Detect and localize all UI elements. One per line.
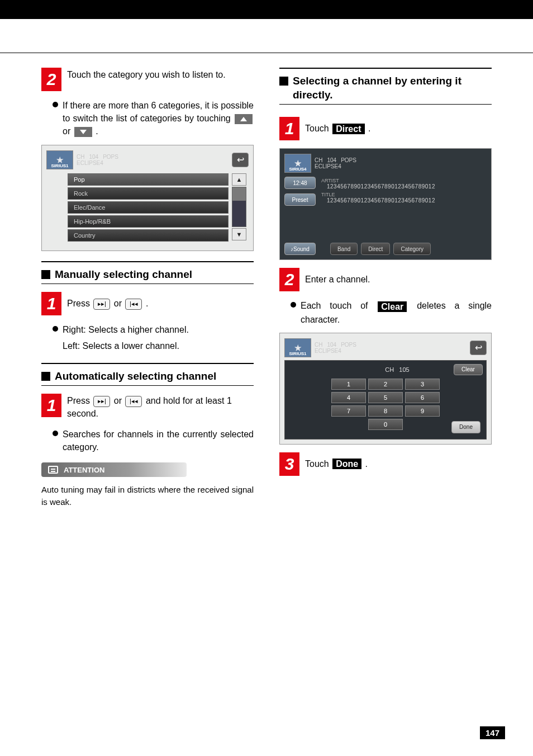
text: Press xyxy=(67,299,92,308)
direct-button[interactable]: Direct xyxy=(361,243,390,255)
sirius-logo: ★ SIRIUS4 xyxy=(284,154,311,173)
sirius-logo: ★ SIRIUS1 xyxy=(46,150,73,169)
direct-button-label: Direct xyxy=(332,124,364,134)
next-track-icon: ▸▸| xyxy=(93,396,110,407)
logo-text: SIRIUS1 xyxy=(289,351,306,356)
screenshot-category-list: ★ SIRIUS1 CH 104 POPS ECLIPSE4 ↩ Pop Roc… xyxy=(41,145,254,251)
ch-value: 104 xyxy=(89,154,98,160)
text: Each touch of xyxy=(301,301,377,310)
back-button[interactable]: ↩ xyxy=(470,341,487,355)
ch-value: 104 xyxy=(327,342,336,348)
screenshot-keypad: ★ SIRIUS1 CH 104 POPS ECLIPSE4 ↩ CH xyxy=(279,333,492,445)
scroll-track[interactable] xyxy=(232,187,246,227)
prev-track-icon: |◂◂ xyxy=(125,396,142,407)
up-arrow-icon xyxy=(235,114,253,124)
keypad-5[interactable]: 5 xyxy=(368,392,403,403)
done-button[interactable]: Done xyxy=(451,421,480,433)
clear-button[interactable]: Clear xyxy=(454,364,483,375)
bullet-icon xyxy=(53,431,58,436)
keypad-7[interactable]: 7 xyxy=(331,405,366,417)
text: If there are more than 6 categories, it … xyxy=(63,101,254,123)
text: Touch xyxy=(305,124,331,133)
sound-button[interactable]: ♪Sound xyxy=(284,243,316,255)
right-column: Selecting a channel by entering it direc… xyxy=(279,68,492,508)
keypad-3[interactable]: 3 xyxy=(405,379,440,390)
step-2-text: Touch the category you wish to listen to… xyxy=(67,68,254,81)
category-button[interactable]: Category xyxy=(393,243,431,255)
ch-label: CH xyxy=(315,157,322,163)
text: Press xyxy=(67,396,92,405)
attention-text: Auto tuning may fail in districts where … xyxy=(41,484,254,508)
step-number-2: 2 xyxy=(279,268,299,291)
keypad-9[interactable]: 9 xyxy=(405,405,440,417)
screenshot-now-playing: ★ SIRIUS4 CH 104 POPS ECLIPSE4 12:48 Pre… xyxy=(279,148,492,260)
keypad-8[interactable]: 8 xyxy=(368,405,403,417)
list-item[interactable]: Pop xyxy=(68,173,229,186)
category-list: Pop Rock Elec/Dance Hip-Hop/R&B Country xyxy=(68,173,229,243)
keypad-0[interactable]: 0 xyxy=(368,419,403,430)
direct-step1-text: Touch Direct . xyxy=(305,117,492,135)
direct-step2-text: Enter a channel. xyxy=(305,268,492,286)
station-value: ECLIPSE4 xyxy=(315,348,356,354)
clear-note: Each touch of Clear deletes a single cha… xyxy=(301,299,492,326)
attention-label: ATTENTION xyxy=(64,466,104,474)
scroll-up-button[interactable]: ▲ xyxy=(232,173,246,186)
artist-value: 12345678901234567890123456789012 xyxy=(327,183,487,190)
section-marker-icon xyxy=(279,77,288,86)
step-number-1: 1 xyxy=(41,292,61,315)
svg-marker-0 xyxy=(240,117,247,121)
list-item[interactable]: Elec/Dance xyxy=(68,201,229,214)
step-number-1: 1 xyxy=(279,117,299,140)
section-marker-icon xyxy=(41,372,50,381)
done-button-label: Done xyxy=(332,459,361,469)
section-direct-title: Selecting a channel by entering it direc… xyxy=(293,74,492,102)
keypad-6[interactable]: 6 xyxy=(405,392,440,403)
attention-banner: ATTENTION xyxy=(41,462,187,477)
text: 105 xyxy=(399,366,409,373)
text: . xyxy=(146,299,148,308)
keypad-4[interactable]: 4 xyxy=(331,392,366,403)
next-track-icon: ▸▸| xyxy=(93,299,110,310)
text: . xyxy=(368,124,370,133)
logo-star-icon: ★ xyxy=(294,344,302,351)
list-item[interactable]: Country xyxy=(68,229,229,242)
logo-text: SIRIUS1 xyxy=(51,163,68,168)
section-marker-icon xyxy=(41,270,50,279)
step-number-3: 3 xyxy=(279,452,299,476)
page-number: 147 xyxy=(480,726,505,739)
text: or xyxy=(63,126,73,136)
back-button[interactable]: ↩ xyxy=(232,153,249,167)
scroll-down-button[interactable]: ▼ xyxy=(232,228,246,240)
station-value: ECLIPSE4 xyxy=(77,160,118,166)
keypad-2[interactable]: 2 xyxy=(368,379,403,390)
manual-step1-text: Press ▸▸| or |◂◂ . xyxy=(67,292,254,310)
title-label: TITLE xyxy=(321,192,487,197)
list-item[interactable]: Hip-Hop/R&B xyxy=(68,215,229,228)
logo-star-icon: ★ xyxy=(56,157,64,163)
logo-star-icon: ★ xyxy=(294,160,302,167)
sirius-logo: ★ SIRIUS1 xyxy=(284,338,311,357)
auto-bullet-text: Searches for channels in the currently s… xyxy=(63,428,254,453)
category-value: POPS xyxy=(341,157,356,163)
page-header-black-bar xyxy=(0,0,533,19)
title-value: 12345678901234567890123456789012 xyxy=(327,197,487,204)
text: . xyxy=(96,126,98,136)
step-number-2: 2 xyxy=(41,68,61,91)
channel-entry-display: CH 105 xyxy=(344,366,450,373)
category-value: POPS xyxy=(341,342,356,348)
text: . xyxy=(365,459,368,469)
band-button[interactable]: Band xyxy=(330,243,358,255)
left-column: 2 Touch the category you wish to listen … xyxy=(41,68,254,508)
prev-track-icon: |◂◂ xyxy=(125,299,142,310)
scroll-thumb[interactable] xyxy=(232,187,246,201)
ch-value: 104 xyxy=(327,157,336,163)
station-value: ECLIPSE4 xyxy=(315,163,356,169)
section-manual-title: Manually selecting channel xyxy=(55,268,192,282)
preset-button[interactable]: Preset xyxy=(284,193,316,206)
keypad-1[interactable]: 1 xyxy=(331,379,366,390)
logo-text: SIRIUS4 xyxy=(289,167,306,172)
book-icon xyxy=(48,466,58,474)
list-item[interactable]: Rock xyxy=(68,187,229,200)
category-value: POPS xyxy=(103,154,118,160)
text: CH xyxy=(385,366,394,373)
